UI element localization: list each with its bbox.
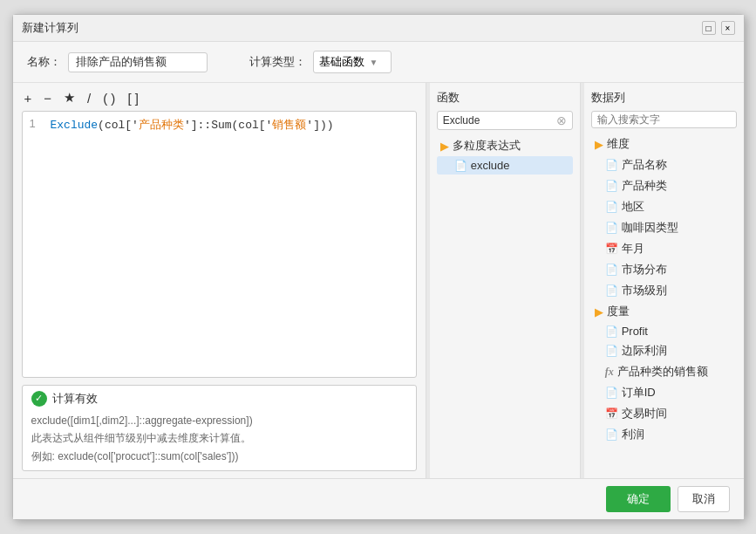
dimension-section-header[interactable]: ▶ 维度 (591, 134, 737, 154)
measure-calendar-icon: 📅 (605, 407, 618, 420)
measure-file-icon-1: 📄 (605, 325, 618, 338)
measure-label-profit: Profit (622, 325, 648, 338)
calc-type-label: 计算类型： (249, 54, 306, 70)
star-button[interactable]: ★ (61, 90, 78, 106)
measure-label-trade-time: 交易时间 (622, 406, 667, 421)
data-panel: 数据列 ▶ 维度 📄 产品名称 📄 产品种类 📄 (584, 83, 744, 478)
name-input[interactable] (68, 52, 208, 72)
function-folder-multidim[interactable]: ▶ 多粒度表达式 (437, 135, 573, 156)
dim-item-market-dist[interactable]: 📄 市场分布 (591, 259, 737, 280)
cancel-button[interactable]: 取消 (678, 486, 730, 512)
code-dim: 产品种类 (139, 119, 184, 132)
dim-file-icon-5: 📄 (605, 264, 618, 276)
dim-item-market-level[interactable]: 📄 市场级别 (591, 280, 737, 301)
slash-button[interactable]: / (85, 91, 93, 106)
function-item-exclude[interactable]: 📄 exclude (437, 156, 573, 175)
dim-file-icon-2: 📄 (605, 180, 618, 192)
footer: 确定 取消 (13, 478, 744, 519)
paren-button[interactable]: ( ) (100, 91, 118, 106)
data-tree-list: ▶ 维度 📄 产品名称 📄 产品种类 📄 地区 📄 咖啡因类型 (591, 134, 737, 471)
status-valid-row: ✓ 计算有效 (31, 391, 407, 407)
title-bar: 新建计算列 □ × (13, 15, 744, 42)
dim-item-region[interactable]: 📄 地区 (591, 196, 737, 217)
dimension-section-label: 维度 (607, 136, 630, 152)
dim-file-icon-6: 📄 (605, 284, 618, 297)
dim-file-icon-4: 📄 (605, 222, 618, 234)
minus-button[interactable]: − (41, 91, 54, 106)
measure-section-header[interactable]: ▶ 度量 (591, 301, 737, 322)
file-icon: 📄 (454, 160, 467, 172)
function-search-row: ⊗ (437, 111, 573, 130)
folder-label: 多粒度表达式 (453, 138, 521, 154)
measure-file-icon-2: 📄 (605, 345, 618, 357)
measure-item-trade-time[interactable]: 📅 交易时间 (591, 403, 737, 424)
dim-label-product-type: 产品种类 (622, 178, 667, 194)
toolbar-row: + − ★ / ( ) [ ] (22, 90, 417, 106)
measure-label-lirun: 利润 (622, 427, 644, 442)
measure-label-product-sales: 产品种类的销售额 (617, 364, 708, 380)
data-search-input[interactable] (597, 113, 731, 126)
measure-item-order-id[interactable]: 📄 订单ID (591, 382, 737, 403)
dim-item-product-name[interactable]: 📄 产品名称 (591, 154, 737, 175)
main-area: + − ★ / ( ) [ ] 1 Exclude(col['产品种类']::S… (13, 83, 744, 478)
hint-text: exclude([dim1[,dim2]...]::aggregate-expr… (31, 412, 407, 465)
dim-file-icon-3: 📄 (605, 201, 618, 213)
folder-measure-icon: ▶ (595, 305, 603, 318)
folder-dim-icon: ▶ (595, 138, 603, 151)
editor-area[interactable]: 1 Exclude(col['产品种类']::Sum(col['销售额'])) (22, 111, 417, 378)
fx-icon: fx (605, 366, 614, 379)
editor-line-1: 1 Exclude(col['产品种类']::Sum(col['销售额'])) (30, 117, 409, 133)
calc-type-value: 基础函数 (319, 54, 364, 70)
status-text: 计算有效 (52, 391, 98, 407)
measure-item-product-sales[interactable]: fx 产品种类的销售额 (591, 361, 737, 382)
title-bar-controls: □ × (702, 21, 735, 35)
dim-label-market-level: 市场级别 (622, 283, 667, 298)
dim-calendar-icon-1: 📅 (605, 243, 618, 255)
code-keyword: Exclude (51, 119, 99, 132)
measure-file-icon-3: 📄 (605, 387, 618, 399)
measure-item-lirun[interactable]: 📄 利润 (591, 424, 737, 445)
dim-item-caffeine[interactable]: 📄 咖啡因类型 (591, 217, 737, 238)
dim-label-market-dist: 市场分布 (622, 262, 667, 277)
functions-panel: 函数 ⊗ ▶ 多粒度表达式 📄 exclude (430, 83, 581, 478)
function-label: exclude (471, 159, 510, 172)
data-panel-label: 数据列 (591, 90, 737, 106)
name-label: 名称： (27, 54, 61, 70)
status-area: ✓ 计算有效 exclude([dim1[,dim2]...]::aggrega… (22, 385, 417, 471)
hint-line-2: 此表达式从组件细节级别中减去维度来计算值。 (31, 429, 407, 447)
chevron-down-icon: ▼ (370, 58, 378, 67)
function-search-input[interactable] (443, 114, 556, 127)
name-row: 名称： 计算类型： 基础函数 ▼ (13, 42, 744, 83)
check-icon: ✓ (31, 391, 47, 407)
measure-item-margin[interactable]: 📄 边际利润 (591, 340, 737, 361)
hint-line-3: 例如: exclude(col['procuct']::sum(col['sal… (31, 448, 407, 465)
measure-section-label: 度量 (607, 304, 630, 319)
measure-label-order-id: 订单ID (622, 385, 656, 400)
measure-item-profit[interactable]: 📄 Profit (591, 322, 737, 340)
dialog-title: 新建计算列 (22, 20, 78, 36)
search-clear-icon[interactable]: ⊗ (556, 113, 567, 127)
left-panel: + − ★ / ( ) [ ] 1 Exclude(col['产品种类']::S… (13, 83, 426, 478)
dim-item-yearmonth[interactable]: 📅 年月 (591, 238, 737, 259)
measure-label-margin: 边际利润 (622, 343, 667, 359)
functions-label: 函数 (437, 90, 573, 106)
code-measure: 销售额 (272, 119, 306, 132)
bracket-button[interactable]: [ ] (125, 91, 141, 106)
folder-icon: ▶ (440, 140, 449, 153)
dim-label-caffeine: 咖啡因类型 (622, 220, 678, 236)
dim-file-icon-1: 📄 (605, 159, 618, 171)
dim-item-product-type[interactable]: 📄 产品种类 (591, 175, 737, 196)
minimize-button[interactable]: □ (702, 21, 716, 35)
calc-type-select[interactable]: 基础函数 ▼ (313, 51, 392, 73)
measure-file-icon-4: 📄 (605, 428, 618, 441)
dim-label-region: 地区 (622, 199, 644, 215)
dialog: 新建计算列 □ × 名称： 计算类型： 基础函数 ▼ + − ★ / ( ) [… (12, 14, 745, 520)
ok-button[interactable]: 确定 (606, 486, 671, 512)
dim-label-yearmonth: 年月 (622, 241, 644, 257)
plus-button[interactable]: + (22, 91, 35, 106)
dim-label-product-name: 产品名称 (622, 157, 667, 173)
code-content: Exclude(col['产品种类']::Sum(col['销售额'])) (51, 117, 409, 133)
data-search-row (591, 111, 737, 128)
line-number: 1 (30, 117, 44, 130)
close-button[interactable]: × (721, 21, 735, 35)
